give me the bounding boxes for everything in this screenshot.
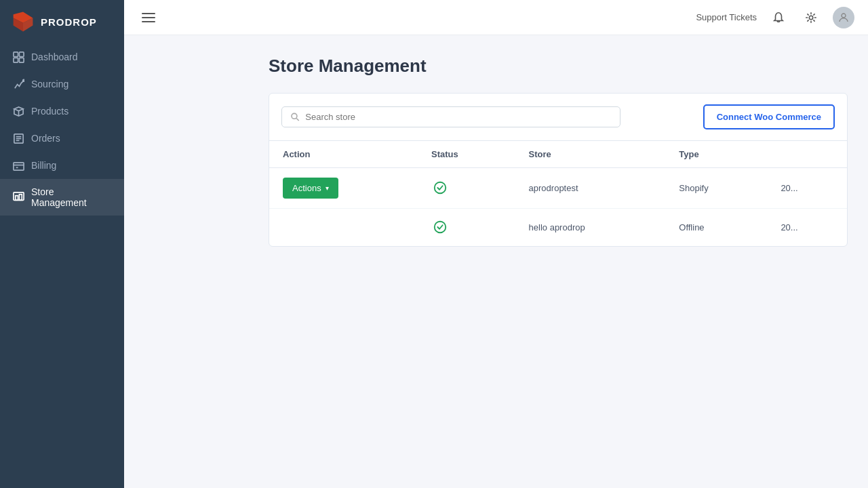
store-management-card: Connect Woo Commerce Connect Shopify Act…: [269, 93, 848, 247]
cell-action-1: Actions ▾: [269, 168, 418, 209]
topbar: Support Tickets: [124, 0, 868, 35]
notifications-button[interactable]: [768, 7, 789, 28]
sourcing-icon: [12, 78, 24, 90]
avatar[interactable]: [833, 7, 854, 28]
topbar-right: Support Tickets: [696, 7, 854, 28]
svg-rect-12: [13, 162, 23, 169]
sidebar: PRODROP Dashboard Sourcing Products Orde…: [0, 0, 124, 488]
sidebar-label-store-management: Store Management: [31, 186, 112, 208]
svg-point-23: [435, 222, 446, 233]
sidebar-label-dashboard: Dashboard: [31, 52, 78, 62]
cell-store-1: aprodroptest: [515, 168, 666, 209]
cell-status-2: [418, 209, 515, 247]
actions-label-1: Actions: [292, 183, 321, 193]
sidebar-label-sourcing: Sourcing: [31, 79, 68, 89]
logo-area[interactable]: PRODROP: [0, 0, 124, 43]
search-box: [281, 106, 620, 127]
cell-action-2: [269, 209, 418, 247]
support-tickets-link[interactable]: Support Tickets: [696, 12, 757, 22]
cell-store-2: hello aprodrop: [515, 209, 666, 247]
cell-type-2: Offline: [665, 209, 767, 247]
sidebar-item-products[interactable]: Products: [0, 98, 124, 125]
sidebar-item-billing[interactable]: Billing: [0, 152, 124, 179]
cell-status-1: [418, 168, 515, 209]
gear-icon: [805, 12, 817, 24]
cell-date-2: 20...: [767, 209, 847, 247]
products-icon: [12, 105, 24, 117]
actions-button-1[interactable]: Actions ▾: [283, 178, 338, 199]
svg-point-7: [22, 79, 24, 81]
search-icon: [290, 112, 300, 122]
table-toolbar: Connect Woo Commerce Connect Shopify: [269, 94, 847, 141]
hamburger-line-3: [142, 21, 155, 22]
svg-point-22: [435, 182, 446, 194]
status-check-icon-1: [431, 179, 449, 197]
table-row: hello aprodrop Offline 20...: [269, 209, 847, 247]
col-type: Type: [665, 141, 767, 168]
status-check-icon-2: [431, 218, 449, 236]
cell-date-1: 20...: [767, 168, 847, 209]
bell-icon: [772, 12, 785, 24]
orders-icon: [12, 132, 24, 144]
user-icon: [837, 12, 850, 24]
cell-type-1: Shopify: [665, 168, 767, 209]
sidebar-item-sourcing[interactable]: Sourcing: [0, 70, 124, 98]
sidebar-label-billing: Billing: [31, 160, 56, 171]
chevron-down-icon: ▾: [326, 184, 329, 192]
svg-rect-5: [13, 58, 18, 62]
svg-rect-16: [15, 195, 18, 200]
svg-point-20: [292, 113, 297, 119]
stores-table: Action Status Store Type Actions ▾: [269, 141, 847, 246]
col-status: Status: [418, 141, 515, 168]
billing-icon: [12, 159, 24, 171]
brand-name: PRODROP: [41, 16, 97, 28]
page-title: Store Management: [269, 56, 848, 77]
svg-point-19: [842, 14, 846, 18]
svg-point-18: [809, 16, 812, 19]
col-store: Store: [515, 141, 666, 168]
dashboard-icon: [12, 51, 24, 63]
search-input[interactable]: [305, 112, 612, 122]
settings-button[interactable]: [800, 7, 822, 28]
prodrop-logo: [11, 9, 35, 34]
hamburger-line-2: [142, 17, 155, 18]
svg-rect-3: [13, 52, 18, 56]
store-icon: [12, 191, 24, 203]
hamburger-button[interactable]: [138, 9, 159, 26]
svg-line-21: [296, 118, 299, 121]
sidebar-item-store-management[interactable]: Store Management: [0, 179, 124, 216]
sidebar-item-orders[interactable]: Orders: [0, 125, 124, 152]
sidebar-label-orders: Orders: [31, 133, 60, 144]
hamburger-line-1: [142, 13, 155, 14]
sidebar-item-dashboard[interactable]: Dashboard: [0, 43, 124, 70]
col-action: Action: [269, 141, 418, 168]
svg-rect-17: [19, 194, 22, 200]
sidebar-label-products: Products: [31, 106, 68, 117]
svg-rect-4: [19, 52, 24, 56]
col-extra: [767, 141, 847, 168]
main-content: Store Management Connect Woo Commerce Co…: [248, 35, 868, 488]
table-row: Actions ▾ aprodroptest Shopify: [269, 168, 847, 209]
svg-rect-6: [19, 58, 24, 62]
connect-woo-commerce-button[interactable]: Connect Woo Commerce: [703, 104, 835, 129]
